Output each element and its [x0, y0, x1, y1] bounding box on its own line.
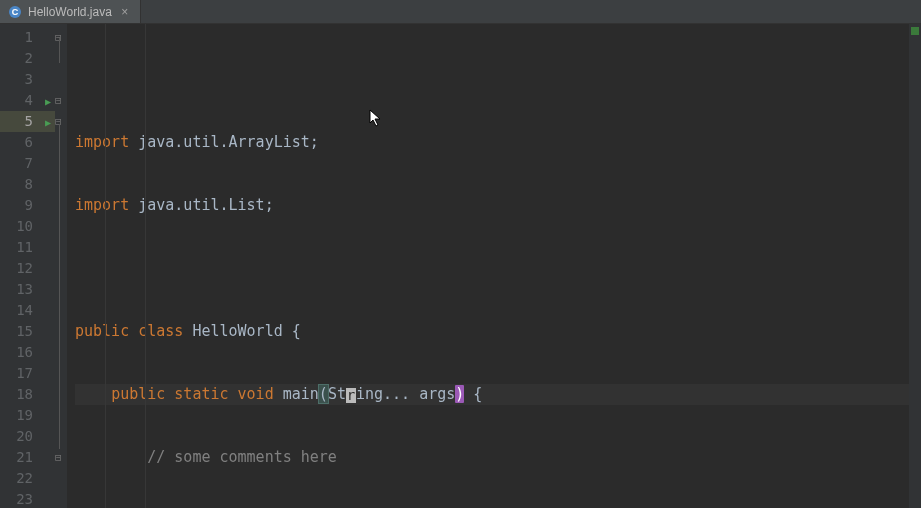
tab-bar: C HelloWorld.java ×	[0, 0, 921, 24]
code-line[interactable]: import java.util.ArrayList;	[75, 132, 921, 153]
line-number: 23	[0, 489, 55, 508]
tab-filename: HelloWorld.java	[28, 5, 112, 19]
line-number-gutter[interactable]: 1 2 3 4▶ 5▶ 6 7 8 9 10 11 12 13 14 15 16…	[0, 24, 55, 508]
fold-column[interactable]: ⊟ ⊟ ⊟ ⊟	[55, 24, 67, 508]
line-number: 16	[0, 342, 55, 363]
editor-area: 1 2 3 4▶ 5▶ 6 7 8 9 10 11 12 13 14 15 16…	[0, 24, 921, 508]
inspection-ok-icon	[911, 27, 919, 35]
line-number: 2	[0, 48, 55, 69]
line-number: 13	[0, 279, 55, 300]
line-number: 5▶	[0, 111, 55, 132]
line-number: 8	[0, 174, 55, 195]
line-number: 21	[0, 447, 55, 468]
fold-line	[59, 124, 60, 449]
line-number: 6	[0, 132, 55, 153]
svg-text:C: C	[12, 7, 19, 17]
line-number: 15	[0, 321, 55, 342]
code-line[interactable]: public class HelloWorld {	[75, 321, 921, 342]
tab-helloworld[interactable]: C HelloWorld.java ×	[0, 0, 141, 23]
mouse-cursor-icon	[369, 109, 383, 127]
run-marker-icon[interactable]: ▶	[45, 90, 51, 111]
line-number: 17	[0, 363, 55, 384]
class-file-icon: C	[8, 5, 22, 19]
code-line[interactable]: // some comments here	[75, 447, 921, 468]
line-number: 22	[0, 468, 55, 489]
line-number: 12	[0, 258, 55, 279]
close-tab-icon[interactable]: ×	[118, 5, 132, 19]
line-number: 14	[0, 300, 55, 321]
text-caret: r	[346, 388, 356, 403]
fold-handle-icon[interactable]: ⊟	[55, 90, 62, 111]
run-marker-icon[interactable]: ▶	[45, 111, 51, 132]
indent-guide	[145, 24, 146, 508]
code-line[interactable]: public static void main(String... args) …	[75, 384, 921, 405]
line-number: 11	[0, 237, 55, 258]
line-number: 7	[0, 153, 55, 174]
line-number: 3	[0, 69, 55, 90]
line-number: 19	[0, 405, 55, 426]
code-line[interactable]: import java.util.List;	[75, 195, 921, 216]
line-number: 1	[0, 27, 55, 48]
fold-handle-icon[interactable]: ⊟	[55, 447, 62, 468]
line-number: 20	[0, 426, 55, 447]
code-line[interactable]	[75, 258, 921, 279]
line-number: 18	[0, 384, 55, 405]
line-number: 4▶	[0, 90, 55, 111]
indent-guide	[105, 24, 106, 508]
line-number: 10	[0, 216, 55, 237]
code-area[interactable]: import java.util.ArrayList; import java.…	[67, 24, 921, 508]
fold-line	[59, 38, 60, 63]
error-stripe[interactable]	[909, 24, 921, 508]
line-number: 9	[0, 195, 55, 216]
